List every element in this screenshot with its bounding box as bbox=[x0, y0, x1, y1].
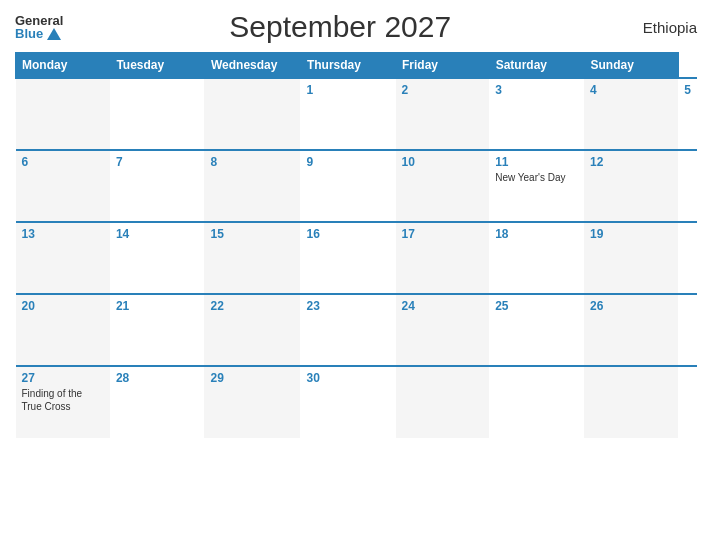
calendar-table: Monday Tuesday Wednesday Thursday Friday… bbox=[15, 52, 697, 438]
table-row: 8 bbox=[204, 150, 300, 222]
col-thursday: Thursday bbox=[300, 53, 395, 79]
day-number: 24 bbox=[402, 299, 484, 313]
table-row: 15 bbox=[204, 222, 300, 294]
event-label: New Year's Day bbox=[495, 172, 565, 183]
day-number: 30 bbox=[306, 371, 389, 385]
day-number: 22 bbox=[210, 299, 294, 313]
table-row bbox=[110, 78, 205, 150]
day-number: 26 bbox=[590, 299, 672, 313]
logo-blue-text: Blue bbox=[15, 27, 43, 40]
day-number: 20 bbox=[22, 299, 104, 313]
day-number: 18 bbox=[495, 227, 578, 241]
table-row: 21 bbox=[110, 294, 205, 366]
table-row: 20 bbox=[16, 294, 110, 366]
table-row: 29 bbox=[204, 366, 300, 438]
table-row: 5 bbox=[678, 78, 697, 150]
logo-triangle-icon bbox=[47, 28, 61, 40]
table-row: 13 bbox=[16, 222, 110, 294]
day-number: 27 bbox=[22, 371, 104, 385]
calendar-week-3: 13141516171819 bbox=[16, 222, 698, 294]
table-row: 30 bbox=[300, 366, 395, 438]
table-row: 24 bbox=[396, 294, 490, 366]
page-title: September 2027 bbox=[63, 10, 617, 44]
day-number: 8 bbox=[210, 155, 294, 169]
day-number: 9 bbox=[306, 155, 389, 169]
table-row: 16 bbox=[300, 222, 395, 294]
table-row: 18 bbox=[489, 222, 584, 294]
calendar-week-5: 27Finding of the True Cross282930 bbox=[16, 366, 698, 438]
table-row bbox=[489, 366, 584, 438]
table-row: 25 bbox=[489, 294, 584, 366]
day-number: 3 bbox=[495, 83, 578, 97]
header: General Blue September 2027 Ethiopia bbox=[15, 10, 697, 44]
table-row: 9 bbox=[300, 150, 395, 222]
table-row bbox=[204, 78, 300, 150]
calendar-page: General Blue September 2027 Ethiopia Mon… bbox=[0, 0, 712, 550]
day-number: 23 bbox=[306, 299, 389, 313]
table-row bbox=[396, 366, 490, 438]
table-row: 11New Year's Day bbox=[489, 150, 584, 222]
table-row: 17 bbox=[396, 222, 490, 294]
day-number: 13 bbox=[22, 227, 104, 241]
col-monday: Monday bbox=[16, 53, 110, 79]
table-row: 7 bbox=[110, 150, 205, 222]
day-number: 6 bbox=[22, 155, 104, 169]
table-row: 28 bbox=[110, 366, 205, 438]
logo-blue-section: Blue bbox=[15, 27, 61, 40]
col-friday: Friday bbox=[396, 53, 490, 79]
day-number: 17 bbox=[402, 227, 484, 241]
day-number: 4 bbox=[590, 83, 672, 97]
day-number: 15 bbox=[210, 227, 294, 241]
col-sunday: Sunday bbox=[584, 53, 678, 79]
day-number: 11 bbox=[495, 155, 578, 169]
day-number: 28 bbox=[116, 371, 199, 385]
day-number: 29 bbox=[210, 371, 294, 385]
table-row: 19 bbox=[584, 222, 678, 294]
calendar-week-1: 12345 bbox=[16, 78, 698, 150]
table-row: 6 bbox=[16, 150, 110, 222]
event-label: Finding of the True Cross bbox=[22, 388, 83, 412]
table-row: 4 bbox=[584, 78, 678, 150]
calendar-header-row: Monday Tuesday Wednesday Thursday Friday… bbox=[16, 53, 698, 79]
day-number: 10 bbox=[402, 155, 484, 169]
table-row: 3 bbox=[489, 78, 584, 150]
day-number: 5 bbox=[684, 83, 691, 97]
calendar-week-2: 67891011New Year's Day12 bbox=[16, 150, 698, 222]
day-number: 14 bbox=[116, 227, 199, 241]
table-row bbox=[584, 366, 678, 438]
day-number: 2 bbox=[402, 83, 484, 97]
table-row: 23 bbox=[300, 294, 395, 366]
day-number: 1 bbox=[306, 83, 389, 97]
day-number: 7 bbox=[116, 155, 199, 169]
table-row: 12 bbox=[584, 150, 678, 222]
table-row: 26 bbox=[584, 294, 678, 366]
country-label: Ethiopia bbox=[617, 19, 697, 36]
col-tuesday: Tuesday bbox=[110, 53, 205, 79]
col-saturday: Saturday bbox=[489, 53, 584, 79]
col-wednesday: Wednesday bbox=[204, 53, 300, 79]
table-row: 14 bbox=[110, 222, 205, 294]
day-number: 16 bbox=[306, 227, 389, 241]
table-row: 10 bbox=[396, 150, 490, 222]
table-row bbox=[16, 78, 110, 150]
day-number: 19 bbox=[590, 227, 672, 241]
logo: General Blue bbox=[15, 14, 63, 40]
day-number: 25 bbox=[495, 299, 578, 313]
table-row: 2 bbox=[396, 78, 490, 150]
table-row: 1 bbox=[300, 78, 395, 150]
day-number: 21 bbox=[116, 299, 199, 313]
table-row: 22 bbox=[204, 294, 300, 366]
table-row: 27Finding of the True Cross bbox=[16, 366, 110, 438]
calendar-week-4: 20212223242526 bbox=[16, 294, 698, 366]
day-number: 12 bbox=[590, 155, 672, 169]
